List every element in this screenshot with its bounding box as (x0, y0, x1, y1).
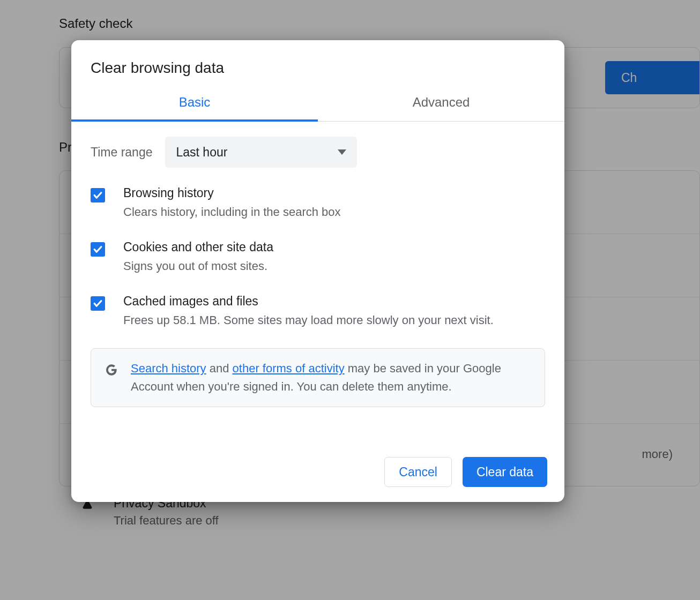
option-cache: Cached images and files Frees up 58.1 MB… (91, 294, 545, 329)
dialog-tabs: Basic Advanced (71, 95, 564, 122)
other-forms-link[interactable]: other forms of activity (233, 362, 345, 375)
cancel-button[interactable]: Cancel (384, 457, 452, 487)
option-title: Cached images and files (123, 294, 494, 309)
checkbox-browsing-history[interactable] (91, 188, 105, 202)
search-history-link[interactable]: Search history (131, 362, 206, 375)
option-desc: Clears history, including in the search … (123, 204, 341, 221)
tab-advanced[interactable]: Advanced (318, 95, 564, 122)
dialog-footer: Cancel Clear data (71, 457, 564, 502)
option-desc: Frees up 58.1 MB. Some sites may load mo… (123, 312, 494, 329)
time-range-label: Time range (91, 145, 152, 160)
option-title: Browsing history (123, 186, 341, 200)
google-account-info-box: Search history and other forms of activi… (91, 348, 545, 407)
option-title: Cookies and other site data (123, 240, 273, 254)
tab-basic[interactable]: Basic (71, 95, 318, 122)
time-range-value: Last hour (176, 145, 227, 160)
option-desc: Signs you out of most sites. (123, 258, 273, 275)
time-range-row: Time range Last hour (91, 137, 545, 168)
clear-data-button[interactable]: Clear data (463, 457, 547, 487)
google-g-icon (104, 362, 119, 377)
checkbox-cache[interactable] (91, 296, 105, 311)
option-browsing-history: Browsing history Clears history, includi… (91, 186, 545, 221)
clear-browsing-data-dialog: Clear browsing data Basic Advanced Time … (71, 40, 564, 502)
option-cookies: Cookies and other site data Signs you ou… (91, 240, 545, 275)
checkbox-cookies[interactable] (91, 242, 105, 257)
chevron-down-icon (338, 149, 346, 155)
dialog-title: Clear browsing data (71, 40, 564, 77)
time-range-select[interactable]: Last hour (165, 137, 357, 168)
google-account-info-text: Search history and other forms of activi… (131, 359, 532, 396)
